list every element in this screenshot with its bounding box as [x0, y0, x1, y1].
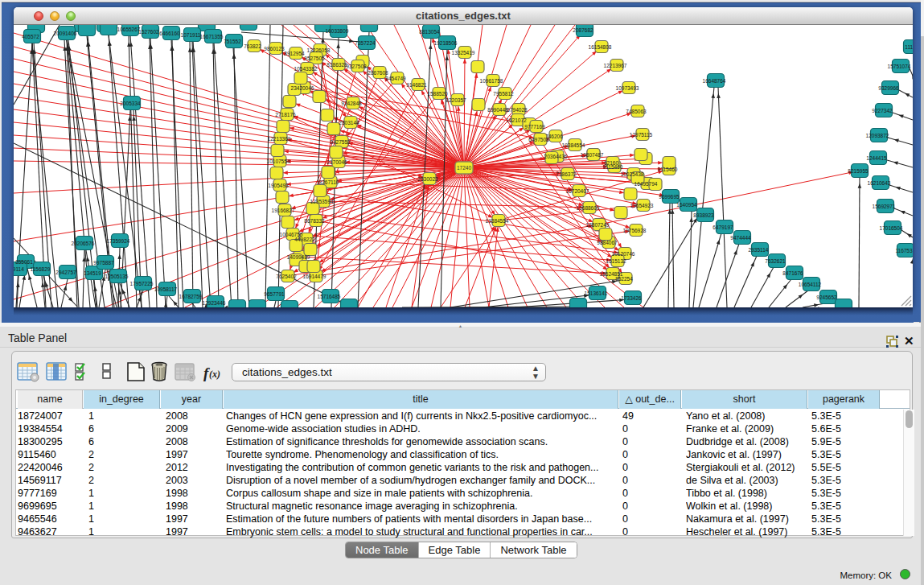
svg-text:405572: 405572 [22, 34, 39, 39]
svg-text:8813054: 8813054 [419, 29, 440, 35]
svg-text:16671355: 16671355 [200, 34, 224, 39]
svg-text:10655267: 10655267 [117, 27, 141, 32]
svg-text:8220357: 8220357 [446, 97, 466, 103]
svg-text:9527505: 9527505 [304, 56, 325, 61]
svg-text:1156829: 1156829 [31, 266, 51, 272]
svg-text:14099489: 14099489 [287, 254, 310, 260]
svg-text:10120746: 10120746 [612, 251, 635, 257]
svg-text:1621072: 1621072 [506, 117, 527, 123]
svg-text:1905493: 1905493 [268, 183, 289, 188]
svg-text:7357224: 7357224 [355, 40, 376, 46]
svg-text:9329966: 9329966 [878, 85, 899, 91]
svg-text:1640954: 1640954 [676, 202, 697, 208]
svg-text:1733426: 1733426 [621, 295, 642, 301]
svg-text:751552: 751552 [224, 39, 241, 44]
svg-text:9146821: 9146821 [406, 82, 427, 88]
svg-text:10961758: 10961758 [480, 78, 503, 84]
svg-text:12213967: 12213967 [604, 63, 627, 68]
svg-text:19218506: 19218506 [434, 40, 458, 46]
svg-text:15720407: 15720407 [566, 188, 589, 194]
svg-text:16210643: 16210643 [868, 180, 891, 186]
svg-text:19384554: 19384554 [486, 218, 509, 224]
svg-text:19756928: 19756928 [623, 228, 647, 233]
svg-text:6794028: 6794028 [507, 107, 528, 113]
svg-text:20091406: 20091406 [54, 31, 77, 36]
svg-text:15692971: 15692971 [873, 204, 896, 209]
svg-text:1117: 1117 [905, 44, 913, 50]
svg-text:1071911: 1071911 [181, 32, 201, 38]
svg-text:12975115: 12975115 [630, 132, 653, 138]
svg-text:23420046: 23420046 [291, 85, 314, 91]
svg-text:(x): (x) [209, 369, 220, 380]
svg-text:16495794: 16495794 [634, 181, 658, 187]
svg-text:134519: 134519 [84, 270, 101, 276]
svg-text:10654112: 10654112 [799, 282, 822, 287]
svg-text:9115460: 9115460 [603, 164, 623, 170]
svg-text:4498222: 4498222 [294, 237, 315, 242]
svg-text:19166827: 19166827 [272, 208, 295, 213]
svg-text:12923446: 12923446 [203, 300, 226, 306]
svg-text:8471676: 8471676 [782, 270, 803, 276]
svg-text:6466160: 6466160 [159, 31, 180, 36]
svg-text:2005334: 2005334 [120, 101, 141, 106]
svg-text:2530023: 2530023 [417, 176, 438, 182]
svg-text:9115460: 9115460 [658, 167, 678, 172]
svg-text:8186328: 8186328 [326, 62, 347, 68]
svg-text:8938923: 8938923 [693, 212, 714, 218]
svg-text:12213369: 12213369 [268, 136, 291, 142]
svg-text:852254: 852254 [615, 276, 633, 282]
svg-text:2718176: 2718176 [275, 112, 296, 117]
svg-text:8427552: 8427552 [330, 139, 351, 145]
svg-text:9777169: 9777169 [524, 124, 545, 130]
svg-text:20206576: 20206576 [72, 241, 95, 246]
svg-text:16648764: 16648764 [703, 78, 726, 84]
svg-text:17016504: 17016504 [880, 225, 903, 231]
svg-text:855061: 855061 [15, 259, 33, 265]
svg-text:13226058: 13226058 [307, 47, 331, 53]
svg-text:13325419: 13325419 [452, 50, 475, 56]
svg-text:7485063: 7485063 [626, 109, 647, 114]
svg-text:10107554: 10107554 [267, 159, 290, 164]
svg-text:15751074: 15751074 [888, 64, 911, 69]
svg-text:2935114: 2935114 [749, 247, 769, 253]
svg-text:9884067: 9884067 [597, 240, 618, 245]
svg-text:16154808: 16154808 [589, 44, 612, 50]
svg-text:8990448: 8990448 [487, 107, 508, 113]
svg-text:763822: 763822 [244, 43, 261, 49]
svg-text:12353594: 12353594 [310, 199, 334, 204]
svg-text:17957225: 17957225 [130, 281, 154, 286]
svg-text:39114: 39114 [14, 266, 24, 272]
svg-text:116753: 116753 [895, 248, 913, 253]
svg-text:9474444: 9474444 [730, 235, 751, 241]
svg-text:7632621: 7632621 [765, 258, 786, 264]
svg-text:8215955: 8215955 [848, 168, 869, 174]
svg-text:15136141: 15136141 [585, 290, 608, 296]
svg-text:8912954: 8912954 [284, 51, 305, 56]
svg-text:1615132: 1615132 [606, 258, 626, 264]
svg-text:8267110: 8267110 [319, 179, 339, 185]
svg-text:9227342: 9227342 [872, 108, 893, 113]
svg-text:2087682: 2087682 [573, 27, 593, 33]
svg-text:10807487: 10807487 [581, 152, 604, 158]
svg-text:15716485: 15716485 [318, 294, 341, 299]
svg-text:12093872: 12093872 [866, 133, 889, 138]
svg-text:9327508: 9327508 [346, 64, 367, 69]
svg-text:10973493: 10973493 [616, 85, 639, 91]
svg-text:7625402: 7625402 [276, 274, 297, 279]
svg-text:1588520: 1588520 [427, 91, 448, 97]
svg-text:17359924: 17359924 [107, 238, 130, 244]
svg-text:8678332: 8678332 [304, 218, 325, 224]
svg-text:10025438: 10025438 [621, 171, 644, 177]
svg-text:7386372: 7386372 [556, 171, 577, 177]
svg-text:20364436: 20364436 [544, 154, 568, 159]
svg-text:16914479: 16914479 [303, 274, 326, 279]
svg-text:9975887: 9975887 [93, 260, 114, 266]
svg-text:17240: 17240 [457, 165, 471, 171]
svg-text:10958117: 10958117 [154, 286, 178, 292]
svg-text:8454749: 8454749 [385, 76, 406, 81]
svg-text:19384554: 19384554 [562, 142, 585, 148]
svg-text:9699695: 9699695 [659, 194, 680, 200]
svg-text:9657791: 9657791 [264, 291, 285, 297]
svg-text:9242848: 9242848 [341, 101, 362, 106]
svg-text:746206: 746206 [545, 134, 563, 139]
